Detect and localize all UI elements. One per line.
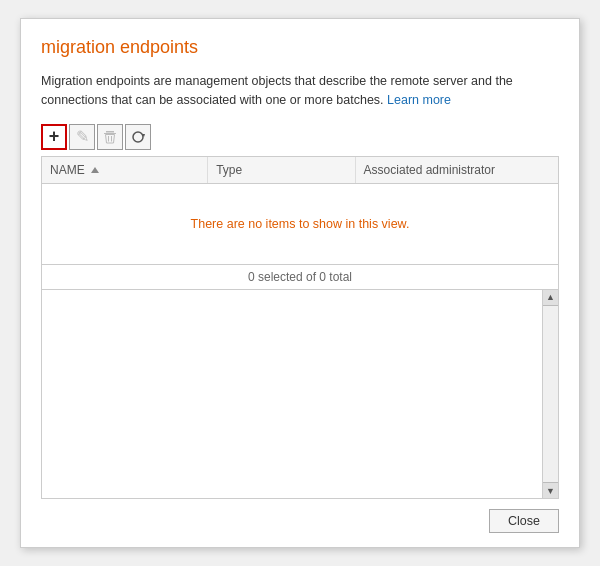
edit-button[interactable]: ✎ (69, 124, 95, 150)
delete-icon (103, 130, 117, 144)
scrollbar-track: ▲ ▼ (542, 290, 558, 499)
col-name-header: NAME (42, 157, 208, 183)
delete-button[interactable] (97, 124, 123, 150)
refresh-icon (131, 130, 145, 144)
col-admin-header: Associated administrator (356, 157, 558, 183)
lower-panel: ▲ ▼ (41, 290, 559, 500)
sort-arrow-icon (91, 167, 99, 173)
add-button[interactable]: + (41, 124, 67, 150)
col-name-label: NAME (50, 163, 85, 177)
empty-message: There are no items to show in this view. (191, 217, 410, 231)
svg-rect-1 (104, 133, 116, 134)
page-title: migration endpoints (41, 37, 559, 58)
description: Migration endpoints are management objec… (41, 72, 559, 110)
table-header: NAME Type Associated administrator (42, 157, 558, 184)
dialog-footer: Close (41, 509, 559, 533)
migration-endpoints-dialog: migration endpoints Migration endpoints … (20, 18, 580, 548)
data-table: NAME Type Associated administrator There… (41, 156, 559, 290)
scrollbar-up-button[interactable]: ▲ (543, 290, 559, 306)
refresh-button[interactable] (125, 124, 151, 150)
table-body: There are no items to show in this view. (42, 184, 558, 264)
table-footer: 0 selected of 0 total (42, 264, 558, 289)
scrollbar-down-button[interactable]: ▼ (543, 482, 559, 498)
learn-more-link[interactable]: Learn more (387, 93, 451, 107)
toolbar: + ✎ (41, 124, 559, 150)
svg-rect-0 (106, 131, 114, 133)
col-type-header: Type (208, 157, 355, 183)
close-button[interactable]: Close (489, 509, 559, 533)
